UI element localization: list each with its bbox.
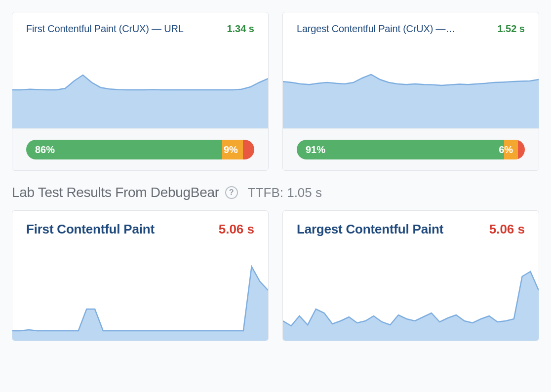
lab-card[interactable]: Largest Contentful Paint 5.06 s <box>282 210 539 341</box>
card-value: 5.06 s <box>489 222 525 237</box>
sparkline-chart <box>12 39 268 128</box>
card-header: First Contentful Paint 5.06 s <box>12 211 268 242</box>
distribution-bar: 86% 9% <box>26 140 254 159</box>
crux-card[interactable]: Largest Contentful Paint (CrUX) —… 1.52 … <box>282 12 539 171</box>
card-header: Largest Contentful Paint (CrUX) —… 1.52 … <box>283 12 539 39</box>
distribution-bar: 91% 6% <box>297 140 525 159</box>
dist-good: 86% <box>26 140 222 159</box>
card-footer: 86% 9% <box>12 128 268 170</box>
card-title: First Contentful Paint (CrUX) — URL <box>26 23 184 35</box>
lab-card[interactable]: First Contentful Paint 5.06 s <box>12 210 269 341</box>
card-footer: 91% 6% <box>283 128 539 170</box>
lab-section-header: Lab Test Results From DebugBear ? TTFB: … <box>12 185 539 200</box>
lab-section-title: Lab Test Results From DebugBear <box>12 185 219 200</box>
card-title: Largest Contentful Paint (CrUX) —… <box>297 23 455 35</box>
ttfb-label: TTFB: 1.05 s <box>248 185 322 200</box>
card-value: 1.52 s <box>497 23 525 35</box>
dist-poor <box>243 140 254 159</box>
card-header: Largest Contentful Paint 5.06 s <box>283 211 539 242</box>
card-value: 5.06 s <box>219 222 254 237</box>
card-title: First Contentful Paint <box>26 222 155 237</box>
card-value: 1.34 s <box>227 23 254 35</box>
dist-needs-improvement: 6% <box>504 140 518 159</box>
card-title: Largest Contentful Paint <box>297 222 443 237</box>
card-header: First Contentful Paint (CrUX) — URL 1.34… <box>12 12 268 39</box>
sparkline-chart <box>283 242 539 341</box>
sparkline-chart <box>12 242 268 341</box>
crux-card[interactable]: First Contentful Paint (CrUX) — URL 1.34… <box>12 12 269 171</box>
sparkline-chart <box>283 39 539 128</box>
dist-needs-improvement: 9% <box>222 140 243 159</box>
help-icon[interactable]: ? <box>225 186 238 199</box>
dist-poor <box>518 140 525 159</box>
dist-good: 91% <box>297 140 504 159</box>
